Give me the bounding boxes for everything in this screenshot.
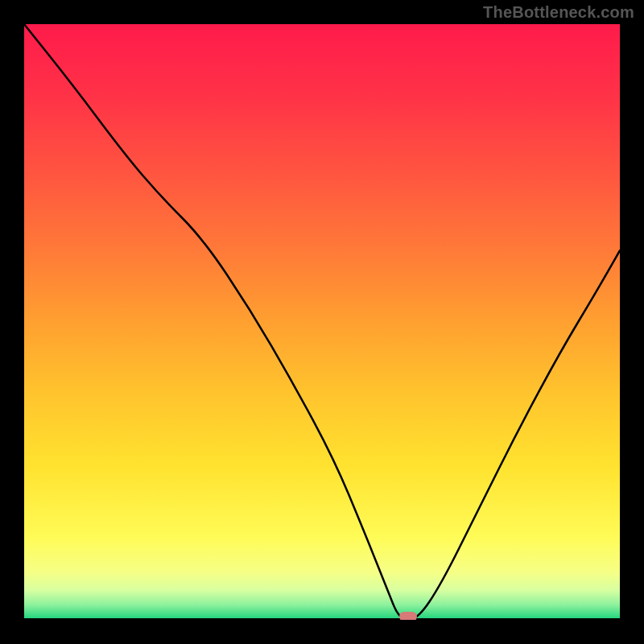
x-axis-baseline	[24, 618, 620, 620]
chart-frame: TheBottleneck.com	[0, 0, 644, 644]
optimal-point-marker	[399, 612, 417, 620]
plot-area	[24, 24, 620, 620]
bottleneck-curve	[24, 24, 620, 620]
watermark-text: TheBottleneck.com	[483, 3, 634, 22]
